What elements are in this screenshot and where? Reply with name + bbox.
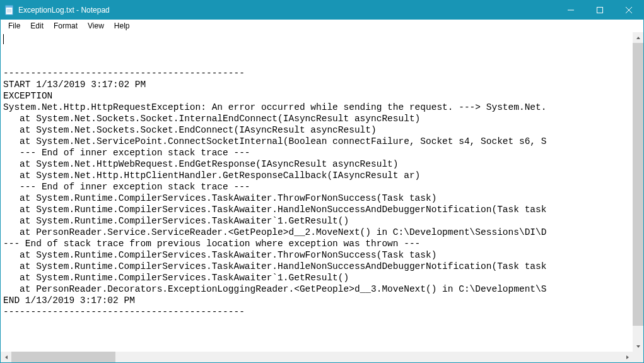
text-line: at System.Net.Sockets.Socket.InternalEnd…	[3, 113, 630, 124]
vertical-scrollbar[interactable]	[633, 32, 643, 352]
text-line: at System.Runtime.CompilerServices.TaskA…	[3, 272, 630, 283]
close-button[interactable]	[614, 1, 643, 20]
horizontal-scroll-thumb[interactable]	[11, 352, 115, 362]
menu-view[interactable]: View	[83, 20, 109, 32]
text-line: --- End of inner exception stack trace -…	[3, 181, 630, 193]
text-line: --- End of stack trace from previous loc…	[3, 238, 630, 249]
svg-rect-1	[6, 6, 13, 8]
horizontal-scrollbar[interactable]	[1, 352, 633, 362]
text-line: at System.Net.ServicePoint.ConnectSocket…	[3, 136, 630, 147]
text-line: at System.Net.HttpWebRequest.EndGetRespo…	[3, 158, 630, 170]
editor-wrap: ----------------------------------------…	[1, 32, 643, 362]
menubar: File Edit Format View Help	[1, 20, 643, 32]
titlebar[interactable]: ExceptionLog.txt - Notepad	[1, 1, 643, 20]
text-line: at System.Runtime.CompilerServices.TaskA…	[3, 204, 630, 215]
text-line: at System.Runtime.CompilerServices.TaskA…	[3, 261, 630, 272]
text-line: START 1/13/2019 3:17:02 PM	[3, 79, 630, 90]
window-controls	[556, 1, 643, 20]
text-line: at PersonReader.Service.ServiceReader.<G…	[3, 227, 630, 238]
menu-file[interactable]: File	[3, 20, 25, 32]
text-line: ----------------------------------------…	[3, 68, 630, 79]
text-line: --- End of inner exception stack trace -…	[3, 147, 630, 158]
svg-marker-11	[5, 355, 8, 359]
svg-marker-12	[626, 355, 629, 359]
text-editor[interactable]: ----------------------------------------…	[1, 32, 633, 352]
text-line: at PersonReader.Decorators.ExceptionLogg…	[3, 283, 630, 295]
scrollbar-corner	[633, 352, 643, 362]
minimize-button[interactable]	[556, 1, 585, 20]
scroll-up-button[interactable]	[633, 32, 643, 43]
svg-marker-10	[636, 345, 640, 348]
text-line: EXCEPTION	[3, 90, 630, 102]
text-line: at System.Runtime.CompilerServices.TaskA…	[3, 215, 630, 227]
notepad-icon	[4, 5, 15, 15]
horizontal-scroll-track[interactable]	[11, 352, 622, 362]
maximize-button[interactable]	[585, 1, 614, 20]
text-line: at System.Net.Http.HttpClientHandler.Get…	[3, 170, 630, 181]
scroll-left-button[interactable]	[1, 352, 11, 362]
text-caret	[3, 34, 4, 44]
text-line: ----------------------------------------…	[3, 306, 630, 318]
menu-edit[interactable]: Edit	[25, 20, 49, 32]
text-line: at System.Runtime.CompilerServices.TaskA…	[3, 249, 630, 261]
window-title: ExceptionLog.txt - Notepad	[18, 6, 556, 15]
svg-rect-6	[597, 8, 603, 13]
scroll-down-button[interactable]	[633, 341, 643, 352]
text-line: END 1/13/2019 3:17:02 PM	[3, 295, 630, 306]
scroll-right-button[interactable]	[622, 352, 633, 362]
text-line: at System.Runtime.CompilerServices.TaskA…	[3, 193, 630, 204]
menu-help[interactable]: Help	[109, 20, 135, 32]
svg-marker-9	[636, 37, 640, 39]
menu-format[interactable]: Format	[49, 20, 83, 32]
vertical-scroll-track[interactable]	[633, 43, 643, 341]
text-line: System.Net.Http.HttpRequestException: An…	[3, 102, 630, 113]
vertical-scroll-thumb[interactable]	[633, 43, 643, 326]
text-line: at System.Net.Sockets.Socket.EndConnect(…	[3, 124, 630, 136]
